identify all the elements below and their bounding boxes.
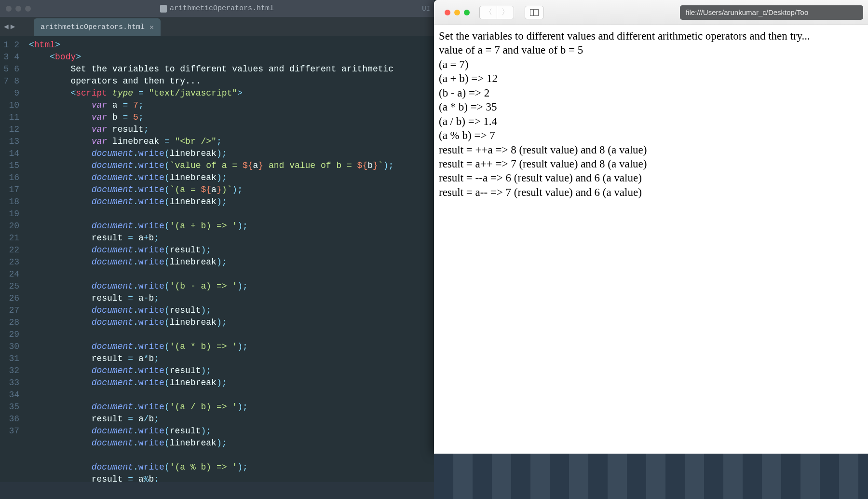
desktop-background	[434, 454, 868, 499]
output-line: result = a++ => 7 (result value) and 8 (…	[439, 157, 863, 171]
nav-forward-icon[interactable]: ▶	[11, 22, 15, 31]
sidebar-icon	[530, 9, 539, 16]
forward-button[interactable]: 〉	[497, 6, 514, 19]
chevron-left-icon: 〈	[485, 7, 492, 17]
minimize-dot-icon[interactable]	[454, 10, 460, 15]
close-dot-icon[interactable]	[6, 6, 12, 12]
output-line: result = --a => 6 (result value) and 6 (…	[439, 171, 863, 185]
editor-right-text: UI	[422, 5, 430, 13]
output-line: (b - a) => 2	[439, 86, 863, 100]
close-tab-icon[interactable]: ✕	[149, 23, 154, 32]
code-content[interactable]: <html> <body> Set the variables to diffe…	[24, 36, 393, 482]
url-bar[interactable]: file:///Users/arunkumar_c/Desktop/Too	[680, 5, 863, 20]
chevron-right-icon: 〉	[502, 7, 509, 17]
zoom-dot-icon[interactable]	[464, 10, 470, 15]
browser-content: Set the variables to different values an…	[434, 25, 868, 203]
browser-window: 〈 〉 file:///Users/arunkumar_c/Desktop/To…	[434, 0, 868, 454]
code-area[interactable]: 1 2 3 4 5 6 7 8 9 10 11 12 13 14 15 16 1…	[0, 36, 434, 482]
output-line: (a / b) => 1.4	[439, 114, 863, 128]
minimize-dot-icon[interactable]	[15, 6, 21, 12]
editor-tabbar: ◀ ▶ arithmeticOperators.html ✕	[0, 17, 434, 36]
output-line: (a + b) => 12	[439, 71, 863, 85]
tab-label: arithmeticOperators.html	[41, 23, 145, 31]
output-line: Set the variables to different values an…	[439, 29, 863, 43]
output-line: value of a = 7 and value of b = 5	[439, 43, 863, 57]
output-line: (a % b) => 7	[439, 128, 863, 142]
editor-titlebar[interactable]: arithmeticOperators.html UI	[0, 0, 434, 17]
nav-back-icon[interactable]: ◀	[4, 22, 9, 31]
browser-traffic-lights	[445, 10, 470, 15]
editor-traffic-lights	[6, 6, 31, 12]
zoom-dot-icon[interactable]	[25, 6, 31, 12]
editor-title-text: arithmeticOperators.html	[170, 4, 274, 13]
line-gutter: 1 2 3 4 5 6 7 8 9 10 11 12 13 14 15 16 1…	[0, 36, 24, 482]
url-text: file:///Users/arunkumar_c/Desktop/Too	[686, 8, 808, 16]
editor-tab[interactable]: arithmeticOperators.html ✕	[34, 18, 161, 36]
file-icon	[160, 5, 167, 13]
browser-toolbar: 〈 〉 file:///Users/arunkumar_c/Desktop/To…	[434, 0, 868, 25]
sidebar-toggle-button[interactable]	[525, 6, 544, 19]
output-line: (a = 7)	[439, 57, 863, 71]
output-line: result = ++a => 8 (result value) and 8 (…	[439, 143, 863, 157]
output-line: result = a-- => 7 (result value) and 6 (…	[439, 185, 863, 199]
editor-window: arithmeticOperators.html UI ◀ ▶ arithmet…	[0, 0, 434, 499]
close-dot-icon[interactable]	[445, 10, 450, 15]
editor-title: arithmeticOperators.html	[160, 4, 274, 13]
back-button[interactable]: 〈	[479, 6, 497, 19]
output-line: (a * b) => 35	[439, 100, 863, 114]
browser-nav-buttons: 〈 〉	[479, 6, 514, 19]
